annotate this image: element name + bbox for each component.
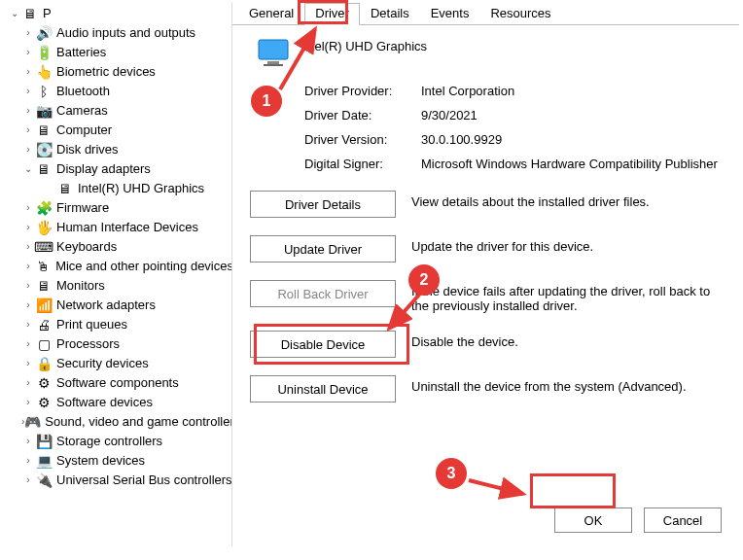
driver-details-desc: View details about the installed driver … bbox=[411, 191, 722, 209]
chevron-right-icon[interactable]: › bbox=[21, 43, 35, 62]
tree-item-label: Biometric devices bbox=[56, 62, 156, 82]
tree-item[interactable]: ›🖱Mice and other pointing devices bbox=[4, 257, 233, 276]
chevron-right-icon[interactable]: › bbox=[21, 393, 35, 412]
chevron-right-icon[interactable]: › bbox=[21, 432, 35, 451]
tree-item-label: Display adapters bbox=[56, 159, 151, 179]
device-category-icon: 🖱 bbox=[35, 258, 53, 275]
device-category-icon: 💽 bbox=[35, 141, 53, 158]
roll-back-driver-desc: If the device fails after updating the d… bbox=[411, 280, 722, 313]
tree-item[interactable]: ›⚙Software devices bbox=[4, 393, 233, 412]
chevron-right-icon[interactable]: › bbox=[21, 121, 35, 140]
properties-dialog: GeneralDriverDetailsEventsResources Inte… bbox=[231, 2, 739, 546]
tree-item[interactable]: ›📶Network adapters bbox=[4, 296, 233, 315]
uninstall-device-desc: Uninstall the device from the system (Ad… bbox=[411, 375, 722, 394]
date-key: Driver Date: bbox=[304, 108, 421, 122]
chevron-right-icon[interactable]: › bbox=[21, 257, 35, 276]
tab-driver[interactable]: Driver bbox=[304, 3, 360, 25]
device-category-icon: 🔌 bbox=[35, 472, 53, 489]
tree-item[interactable]: ›🧩Firmware bbox=[4, 198, 233, 218]
chevron-right-icon[interactable]: › bbox=[21, 237, 35, 257]
tree-item[interactable]: ›💻System devices bbox=[4, 451, 233, 471]
tree-root[interactable]: ⌄ 🖥 P bbox=[4, 4, 233, 23]
provider-val: Intel Corporation bbox=[421, 84, 722, 98]
device-tree[interactable]: ⌄ 🖥 P ›🔊Audio inputs and outputs›🔋Batter… bbox=[4, 4, 233, 558]
tree-item-label: Monitors bbox=[56, 276, 105, 296]
tabs: GeneralDriverDetailsEventsResources bbox=[232, 2, 739, 25]
disable-device-button[interactable]: Disable Device bbox=[250, 331, 396, 358]
svg-rect-1 bbox=[267, 61, 279, 64]
cancel-button[interactable]: Cancel bbox=[644, 508, 722, 533]
tab-resources[interactable]: Resources bbox=[479, 3, 561, 25]
tree-item[interactable]: ›⌨Keyboards bbox=[4, 237, 233, 257]
tree-item[interactable]: ›⚙Software components bbox=[4, 373, 233, 393]
update-driver-button[interactable]: Update Driver bbox=[250, 235, 396, 262]
tree-item[interactable]: ›▢Processors bbox=[4, 334, 233, 354]
tree-item[interactable]: ⌄🖥Display adapters bbox=[4, 159, 233, 179]
expand-icon[interactable]: ⌄ bbox=[8, 4, 21, 23]
device-category-icon: 👆 bbox=[35, 63, 53, 81]
chevron-right-icon[interactable]: › bbox=[21, 451, 35, 471]
device-category-icon: 🖥 bbox=[35, 277, 53, 295]
tree-item-label: Bluetooth bbox=[56, 82, 110, 101]
tree-root-label: P bbox=[43, 4, 52, 23]
tree-item-label: Processors bbox=[56, 334, 120, 354]
tree-item[interactable]: ›💾Storage controllers bbox=[4, 432, 233, 451]
chevron-right-icon[interactable]: › bbox=[21, 276, 35, 296]
ok-button[interactable]: OK bbox=[554, 508, 632, 533]
chevron-right-icon[interactable]: › bbox=[21, 62, 35, 82]
tree-item[interactable]: ›🖥Computer bbox=[4, 121, 233, 140]
uninstall-device-button[interactable]: Uninstall Device bbox=[250, 375, 396, 402]
tree-item-label: Software devices bbox=[56, 393, 153, 412]
tree-item-label: Batteries bbox=[56, 43, 106, 62]
chevron-right-icon[interactable]: › bbox=[21, 140, 35, 159]
tab-general[interactable]: General bbox=[238, 3, 304, 25]
tree-item[interactable]: ›🔊Audio inputs and outputs bbox=[4, 23, 233, 43]
chevron-right-icon[interactable]: › bbox=[21, 315, 35, 334]
tree-item[interactable]: ›🔌Universal Serial Bus controllers bbox=[4, 471, 233, 490]
svg-rect-0 bbox=[259, 40, 288, 59]
device-category-icon: 📶 bbox=[35, 297, 53, 314]
chevron-right-icon[interactable]: › bbox=[21, 218, 35, 237]
chevron-right-icon[interactable]: › bbox=[21, 23, 35, 43]
device-category-icon: 🖨 bbox=[35, 316, 53, 333]
tree-item[interactable]: ›🖨Print queues bbox=[4, 315, 233, 334]
tree-item-label: Cameras bbox=[56, 101, 108, 121]
date-val: 9/30/2021 bbox=[421, 108, 722, 122]
chevron-right-icon[interactable]: › bbox=[21, 82, 35, 101]
tree-item[interactable]: ›🖥Monitors bbox=[4, 276, 233, 296]
tree-item-label: System devices bbox=[56, 451, 145, 471]
tree-item-label: Sound, video and game controllers bbox=[45, 412, 233, 432]
tree-item[interactable]: ›💽Disk drives bbox=[4, 140, 233, 159]
tree-sub-item[interactable]: 🖥Intel(R) UHD Graphics bbox=[4, 179, 233, 198]
chevron-right-icon[interactable]: › bbox=[21, 101, 35, 121]
driver-details-button[interactable]: Driver Details bbox=[250, 191, 396, 218]
signer-val: Microsoft Windows Hardware Compatibility… bbox=[421, 157, 722, 171]
tree-item[interactable]: ›🖐Human Interface Devices bbox=[4, 218, 233, 237]
tree-item[interactable]: ›🔋Batteries bbox=[4, 43, 233, 62]
tree-item[interactable]: ›🎮Sound, video and game controllers bbox=[4, 412, 233, 432]
device-category-icon: 🖥 bbox=[35, 160, 53, 178]
tree-item-label: Computer bbox=[56, 121, 112, 140]
tree-item-label: Disk drives bbox=[56, 140, 119, 159]
version-key: Driver Version: bbox=[304, 132, 421, 147]
tree-item[interactable]: ›👆Biometric devices bbox=[4, 62, 233, 82]
chevron-right-icon[interactable]: › bbox=[21, 354, 35, 373]
chevron-down-icon[interactable]: ⌄ bbox=[21, 159, 35, 179]
chevron-right-icon[interactable]: › bbox=[21, 471, 35, 490]
tab-events[interactable]: Events bbox=[420, 3, 480, 25]
tree-item-label: Security devices bbox=[56, 354, 149, 373]
tree-item[interactable]: ›🔒Security devices bbox=[4, 354, 233, 373]
tree-item[interactable]: ›ᛒBluetooth bbox=[4, 82, 233, 101]
tree-item-label: Universal Serial Bus controllers bbox=[56, 471, 232, 490]
chevron-right-icon[interactable]: › bbox=[21, 296, 35, 315]
provider-key: Driver Provider: bbox=[304, 84, 421, 98]
chevron-right-icon[interactable]: › bbox=[21, 373, 35, 393]
computer-icon: 🖥 bbox=[21, 5, 39, 22]
version-val: 30.0.100.9929 bbox=[421, 132, 722, 147]
chevron-right-icon[interactable]: › bbox=[21, 334, 35, 354]
device-category-icon: 🧩 bbox=[35, 199, 53, 217]
tab-details[interactable]: Details bbox=[360, 3, 420, 25]
chevron-right-icon[interactable]: › bbox=[21, 198, 35, 218]
tree-item[interactable]: ›📷Cameras bbox=[4, 101, 233, 121]
roll-back-driver-button: Roll Back Driver bbox=[250, 280, 396, 307]
